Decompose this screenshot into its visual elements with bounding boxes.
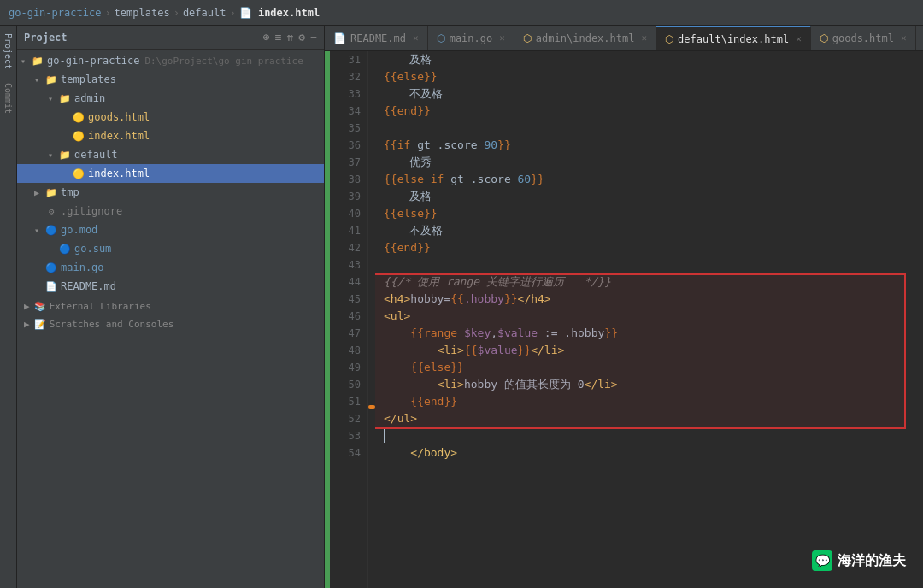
- external-libraries-section[interactable]: ▶ 📚 External Libraries: [17, 296, 324, 314]
- editor-area: 📄 README.md ✕ ⬡ main.go ✕ ⬡ admin\index.…: [325, 26, 923, 588]
- project-title: Project: [24, 32, 258, 44]
- tab-admin-index[interactable]: ⬡ admin\index.html ✕: [514, 26, 656, 50]
- vtab-commit[interactable]: Commit: [2, 79, 15, 117]
- code-line-40: {{else}}: [384, 205, 914, 222]
- vertical-tabs: Project Commit: [0, 26, 17, 588]
- tree-admin-index[interactable]: 🟡 index.html: [17, 126, 324, 145]
- code-line-34: {{end}}: [384, 103, 914, 120]
- code-line-39: 及格: [384, 188, 914, 205]
- wechat-icon: 💬: [812, 550, 832, 571]
- code-line-45: <h4>hobby={{.hobby}}</h4>: [384, 291, 914, 308]
- tab-main-go[interactable]: ⬡ main.go ✕: [428, 26, 514, 50]
- gutter-mark-orange: [368, 405, 375, 409]
- code-content[interactable]: 及格 {{else}} 不及格 {{end}} {{if gt .s: [375, 51, 923, 588]
- breadcrumb-root[interactable]: go-gin-practice: [9, 7, 101, 19]
- code-line-37: 优秀: [384, 154, 914, 171]
- code-line-49: {{else}}: [384, 359, 914, 376]
- code-line-47: {{range $key,$value := .hobby}}: [384, 325, 914, 342]
- code-line-36: {{if gt .score 90}}: [384, 137, 914, 154]
- gutter: [368, 51, 375, 588]
- breadcrumb-default[interactable]: default: [183, 7, 226, 19]
- breadcrumb-file: 📄 index.html: [239, 7, 320, 19]
- collapse-icon[interactable]: ⇈: [287, 31, 294, 44]
- tab-readme[interactable]: 📄 README.md ✕: [325, 26, 428, 50]
- tree-goods-html[interactable]: 🟡 goods.html: [17, 108, 324, 126]
- tree-readme[interactable]: 📄 README.md: [17, 277, 324, 296]
- code-line-50: <li>hobby 的值其长度为 0</li>: [384, 376, 914, 393]
- tree-default-index[interactable]: 🟡 index.html: [17, 164, 324, 183]
- code-line-32: {{else}}: [384, 68, 914, 85]
- tree-go-sum[interactable]: 🔵 go.sum: [17, 239, 324, 258]
- code-line-42: {{end}}: [384, 239, 914, 256]
- tab-default-index[interactable]: ⬡ default\index.html ✕: [656, 26, 811, 50]
- tab-bar: 📄 README.md ✕ ⬡ main.go ✕ ⬡ admin\index.…: [325, 26, 923, 51]
- tree-go-mod[interactable]: ▾ 🔵 go.mod: [17, 220, 324, 239]
- main-layout: Project Commit Project ⊕ ≡ ⇈ ⚙ − ▾ 📁 go-…: [0, 26, 923, 588]
- code-line-41: 不及格: [384, 222, 914, 239]
- scratches-section[interactable]: ▶ 📝 Scratches and Consoles: [17, 314, 324, 332]
- layout-icon[interactable]: ≡: [275, 31, 282, 44]
- breadcrumb: go-gin-practice › templates › default › …: [9, 7, 320, 19]
- file-tree: ▾ 📁 go-gin-practice D:\goProject\go-gin-…: [17, 50, 324, 588]
- tree-main-go[interactable]: 🔵 main.go: [17, 258, 324, 277]
- sync-icon[interactable]: ⊕: [263, 31, 270, 44]
- code-line-53[interactable]: [384, 427, 914, 444]
- code-line-52: </ul>: [384, 410, 914, 427]
- code-line-38: {{else if gt .score 60}}: [384, 171, 914, 188]
- line-numbers: 31 32 33 34 35 36 37 38 39 40 41 42 43 4…: [330, 51, 368, 588]
- code-line-43: [384, 256, 914, 273]
- settings-icon[interactable]: ⚙: [298, 31, 305, 44]
- code-line-54: </body>: [384, 444, 914, 462]
- tree-default[interactable]: ▾ 📁 default: [17, 145, 324, 164]
- breadcrumb-templates[interactable]: templates: [115, 7, 170, 19]
- code-line-35: [384, 120, 914, 137]
- code-line-46: <ul>: [384, 308, 914, 325]
- close-panel-icon[interactable]: −: [310, 31, 317, 44]
- code-line-31: 及格: [384, 51, 914, 68]
- tree-gitignore[interactable]: ⚙ .gitignore: [17, 202, 324, 220]
- vtab-project[interactable]: Project: [2, 30, 15, 73]
- code-line-33: 不及格: [384, 85, 914, 103]
- code-line-48: <li>{{$value}}</li>: [384, 342, 914, 359]
- code-line-51: {{end}}: [384, 393, 914, 410]
- project-header: Project ⊕ ≡ ⇈ ⚙ −: [17, 26, 324, 50]
- watermark: 💬 海洋的渔夫: [812, 550, 906, 571]
- project-panel: Project ⊕ ≡ ⇈ ⚙ − ▾ 📁 go-gin-practice D:…: [17, 26, 325, 588]
- tab-goods-html[interactable]: ⬡ goods.html ✕: [811, 26, 916, 50]
- tree-admin[interactable]: ▾ 📁 admin: [17, 89, 324, 108]
- code-line-44: {{/* 使用 range 关键字进行遍历 */}}: [384, 273, 914, 291]
- tree-templates[interactable]: ▾ 📁 templates: [17, 70, 324, 89]
- tree-tmp[interactable]: ▶ 📁 tmp: [17, 183, 324, 202]
- top-bar: go-gin-practice › templates › default › …: [0, 0, 923, 26]
- watermark-text: 海洋的渔夫: [838, 552, 906, 570]
- tree-root[interactable]: ▾ 📁 go-gin-practice D:\goProject\go-gin-…: [17, 51, 324, 70]
- code-editor: 31 32 33 34 35 36 37 38 39 40 41 42 43 4…: [325, 51, 923, 588]
- tab-utils-go[interactable]: ⬡ utils.go ✕: [916, 26, 923, 50]
- cursor: [384, 429, 385, 443]
